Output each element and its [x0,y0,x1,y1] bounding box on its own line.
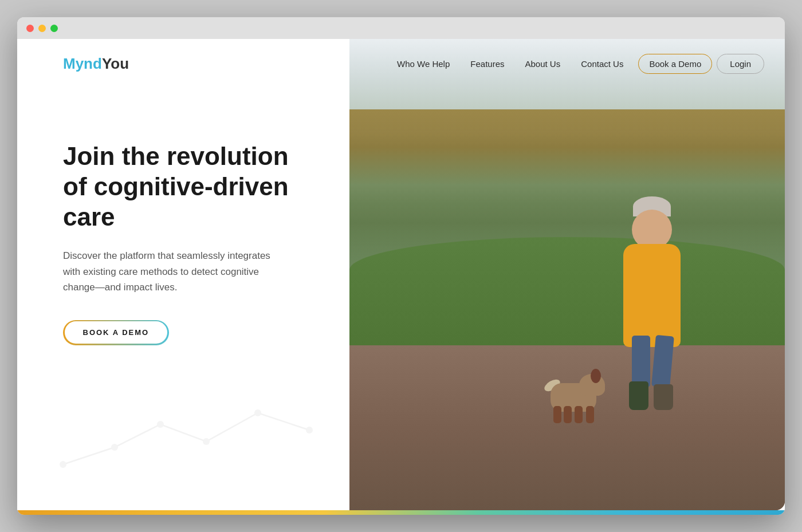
jeans-right [651,335,674,388]
svg-point-3 [203,438,210,445]
browser-titlebar [17,17,785,39]
nav-item-about-us[interactable]: About Us [515,59,571,69]
hero-subtitle: Discover the platform that seamlessly in… [63,248,286,295]
dog-figure [539,366,619,435]
boot-left [629,381,648,410]
nav-item-contact-us[interactable]: Contact Us [571,59,634,69]
right-panel: Who We Help Features About Us Contact Us… [349,39,785,510]
close-button[interactable] [26,25,34,32]
person-figure [606,198,698,416]
svg-point-5 [306,427,313,434]
nav-item-who-we-help[interactable]: Who We Help [387,59,460,69]
svg-point-4 [254,409,261,416]
navigation: Who We Help Features About Us Contact Us… [349,39,785,89]
book-demo-cta-label: BOOK A DEMO [65,321,168,344]
logo-you: You [102,55,129,73]
hero-title: Join the revolution of cognitive-driven … [63,141,304,232]
boot-right [654,384,673,410]
graph-decoration [46,379,332,493]
nav-book-demo-button[interactable]: Book a Demo [638,54,712,74]
logo-mynd: Mynd [63,55,102,73]
nav-login-button[interactable]: Login [717,54,764,74]
svg-point-2 [157,421,164,428]
bottom-gradient-bar [17,510,785,515]
minimize-button[interactable] [38,25,46,32]
svg-point-0 [60,461,66,468]
dog-leg-4 [586,406,594,423]
dog-leg-1 [553,406,561,423]
dog-leg-3 [575,406,583,423]
logo[interactable]: Mynd You [17,39,349,73]
jeans-left [632,336,650,387]
maximize-button[interactable] [50,25,58,32]
browser-content: Mynd You Join the revolution of cognitiv… [17,39,785,510]
book-demo-cta-button[interactable]: BOOK A DEMO [63,320,169,345]
browser-window: Mynd You Join the revolution of cognitiv… [17,17,785,515]
left-panel: Mynd You Join the revolution of cognitiv… [17,39,349,510]
nav-item-features[interactable]: Features [460,59,514,69]
svg-point-1 [111,444,118,451]
jacket [623,244,681,347]
dog-leg-2 [564,406,572,423]
